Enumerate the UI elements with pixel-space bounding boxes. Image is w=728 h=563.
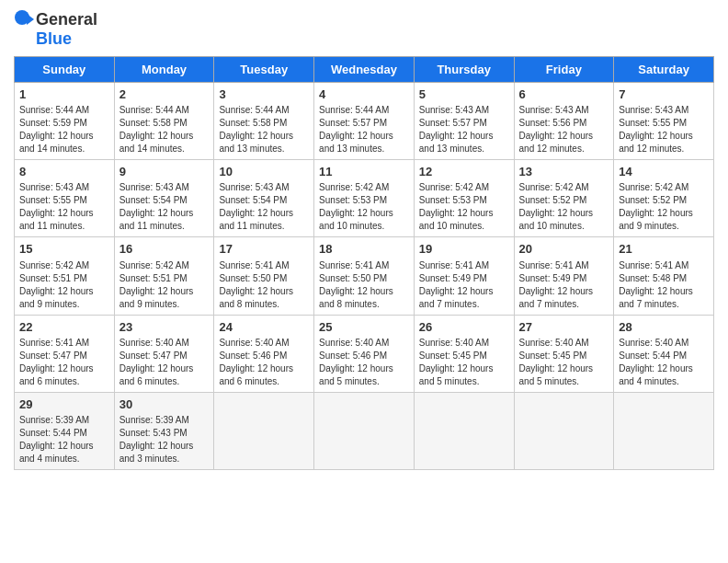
day-detail: and 9 minutes.: [119, 298, 210, 311]
day-detail: Daylight: 12 hours: [419, 285, 509, 298]
day-detail: Sunrise: 5:41 AM: [19, 337, 109, 350]
day-detail: Sunset: 5:51 PM: [119, 272, 210, 285]
calendar-cell: [514, 392, 614, 469]
day-detail: Daylight: 12 hours: [419, 207, 509, 220]
calendar-cell: 4Sunrise: 5:44 AMSunset: 5:57 PMDaylight…: [314, 83, 415, 160]
calendar-cell: 17Sunrise: 5:41 AMSunset: 5:50 PMDayligh…: [214, 237, 314, 315]
day-detail: Daylight: 12 hours: [219, 130, 309, 143]
day-detail: Daylight: 12 hours: [319, 362, 409, 375]
week-row-4: 22Sunrise: 5:41 AMSunset: 5:47 PMDayligh…: [15, 315, 714, 392]
day-number: 28: [619, 319, 709, 336]
day-detail: Daylight: 12 hours: [19, 440, 109, 453]
calendar-cell: 11Sunrise: 5:42 AMSunset: 5:53 PMDayligh…: [314, 160, 415, 237]
calendar-cell: 9Sunrise: 5:43 AMSunset: 5:54 PMDaylight…: [114, 160, 214, 237]
day-detail: and 5 minutes.: [419, 375, 509, 388]
day-number: 7: [619, 86, 709, 103]
day-detail: Sunrise: 5:42 AM: [19, 259, 109, 272]
day-detail: and 9 minutes.: [619, 220, 709, 233]
calendar-cell: 1Sunrise: 5:44 AMSunset: 5:59 PMDaylight…: [15, 83, 115, 160]
day-detail: Sunset: 5:50 PM: [319, 272, 409, 285]
day-detail: Sunset: 5:47 PM: [19, 350, 109, 362]
calendar-cell: 13Sunrise: 5:42 AMSunset: 5:52 PMDayligh…: [514, 160, 614, 237]
day-detail: Daylight: 12 hours: [619, 130, 709, 143]
day-detail: and 13 minutes.: [219, 143, 309, 155]
day-detail: Sunset: 5:53 PM: [319, 194, 409, 207]
day-detail: Sunset: 5:45 PM: [419, 350, 509, 362]
day-detail: and 11 minutes.: [119, 220, 210, 233]
calendar-cell: 28Sunrise: 5:40 AMSunset: 5:44 PMDayligh…: [614, 315, 714, 392]
day-detail: Sunset: 5:50 PM: [219, 272, 309, 285]
day-detail: Daylight: 12 hours: [119, 362, 210, 375]
day-number: 18: [319, 241, 409, 258]
day-number: 30: [119, 396, 210, 413]
day-detail: Sunrise: 5:40 AM: [219, 337, 309, 350]
day-detail: Sunrise: 5:41 AM: [519, 259, 609, 272]
day-number: 2: [119, 86, 210, 103]
day-detail: and 6 minutes.: [19, 375, 109, 388]
day-detail: Sunrise: 5:41 AM: [419, 259, 509, 272]
logo-icon: [14, 9, 34, 29]
day-header-sunday: Sunday: [15, 57, 115, 83]
day-detail: Sunrise: 5:42 AM: [519, 181, 609, 194]
calendar-cell: 10Sunrise: 5:43 AMSunset: 5:54 PMDayligh…: [214, 160, 314, 237]
day-detail: Daylight: 12 hours: [19, 285, 109, 298]
day-detail: Sunrise: 5:42 AM: [419, 181, 509, 194]
day-number: 5: [419, 86, 509, 103]
day-detail: Sunset: 5:44 PM: [619, 350, 709, 362]
day-number: 17: [219, 241, 309, 258]
day-number: 12: [419, 164, 509, 180]
day-detail: Daylight: 12 hours: [619, 207, 709, 220]
day-detail: Daylight: 12 hours: [319, 285, 409, 298]
day-detail: Sunrise: 5:41 AM: [619, 259, 709, 272]
day-detail: and 5 minutes.: [519, 375, 609, 388]
week-row-3: 15Sunrise: 5:42 AMSunset: 5:51 PMDayligh…: [15, 237, 714, 315]
day-detail: Sunset: 5:57 PM: [419, 117, 509, 130]
day-detail: and 4 minutes.: [19, 453, 109, 465]
day-detail: Sunset: 5:54 PM: [219, 194, 309, 207]
calendar-cell: 26Sunrise: 5:40 AMSunset: 5:45 PMDayligh…: [414, 315, 514, 392]
day-detail: Sunrise: 5:40 AM: [619, 337, 709, 350]
day-detail: Sunset: 5:57 PM: [319, 117, 409, 130]
day-detail: Sunset: 5:54 PM: [119, 194, 210, 207]
day-detail: Daylight: 12 hours: [319, 130, 409, 143]
day-number: 13: [519, 164, 609, 180]
header: General Blue: [14, 9, 714, 49]
day-detail: Daylight: 12 hours: [119, 130, 210, 143]
day-detail: Sunset: 5:46 PM: [319, 350, 409, 362]
day-detail: Sunset: 5:49 PM: [519, 272, 609, 285]
calendar-cell: 12Sunrise: 5:42 AMSunset: 5:53 PMDayligh…: [414, 160, 514, 237]
day-detail: Sunset: 5:51 PM: [19, 272, 109, 285]
calendar-cell: 16Sunrise: 5:42 AMSunset: 5:51 PMDayligh…: [114, 237, 214, 315]
day-detail: and 12 minutes.: [519, 143, 609, 155]
day-detail: Sunrise: 5:44 AM: [219, 104, 309, 117]
day-number: 9: [119, 164, 210, 180]
day-detail: Daylight: 12 hours: [519, 130, 609, 143]
day-number: 27: [519, 319, 609, 336]
day-detail: Sunrise: 5:43 AM: [519, 104, 609, 117]
day-number: 14: [619, 164, 709, 180]
calendar-cell: 14Sunrise: 5:42 AMSunset: 5:52 PMDayligh…: [614, 160, 714, 237]
day-detail: Sunset: 5:49 PM: [419, 272, 509, 285]
calendar-cell: 7Sunrise: 5:43 AMSunset: 5:55 PMDaylight…: [614, 83, 714, 160]
day-detail: and 7 minutes.: [519, 298, 609, 311]
week-row-1: 1Sunrise: 5:44 AMSunset: 5:59 PMDaylight…: [15, 83, 714, 160]
day-number: 4: [319, 86, 409, 103]
day-detail: Daylight: 12 hours: [19, 362, 109, 375]
day-detail: and 12 minutes.: [619, 143, 709, 155]
day-detail: Daylight: 12 hours: [219, 362, 309, 375]
day-detail: Daylight: 12 hours: [519, 285, 609, 298]
calendar-cell: [414, 392, 514, 469]
day-detail: Sunrise: 5:42 AM: [319, 181, 409, 194]
day-detail: Sunrise: 5:44 AM: [119, 104, 210, 117]
day-number: 15: [19, 241, 109, 258]
day-detail: Daylight: 12 hours: [119, 440, 210, 453]
day-detail: Daylight: 12 hours: [19, 130, 109, 143]
calendar-cell: 24Sunrise: 5:40 AMSunset: 5:46 PMDayligh…: [214, 315, 314, 392]
day-detail: Sunset: 5:45 PM: [519, 350, 609, 362]
day-detail: and 11 minutes.: [19, 220, 109, 233]
day-detail: and 10 minutes.: [419, 220, 509, 233]
day-number: 20: [519, 241, 609, 258]
day-number: 19: [419, 241, 509, 258]
day-detail: Sunrise: 5:41 AM: [219, 259, 309, 272]
day-detail: Sunrise: 5:43 AM: [119, 181, 210, 194]
